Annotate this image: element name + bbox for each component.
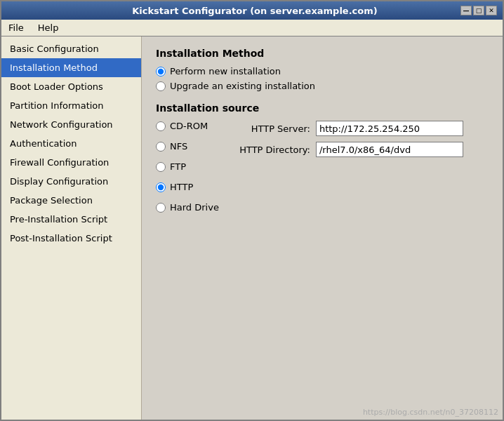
installation-source-section: Installation source CD-ROM NFS — [156, 102, 489, 217]
install-type-group: Perform new installation Upgrade an exis… — [156, 66, 489, 91]
main-panel: Installation Method Perform new installa… — [142, 36, 503, 420]
source-options: CD-ROM NFS FTP — [156, 121, 489, 217]
upgrade-radio[interactable] — [156, 81, 166, 91]
installation-method-title: Installation Method — [156, 48, 489, 59]
maximize-button[interactable]: □ — [473, 6, 484, 15]
nfs-radio[interactable] — [156, 142, 166, 152]
http-radio[interactable] — [156, 182, 166, 192]
http-server-input[interactable] — [316, 121, 463, 136]
installation-source-title: Installation source — [156, 102, 489, 114]
sidebar-item-firewall-configuration[interactable]: Firewall Configuration — [1, 153, 141, 172]
titlebar: Kickstart Configurator (on server.exampl… — [1, 1, 503, 20]
close-button[interactable]: ✕ — [486, 6, 497, 15]
sidebar-item-authentication[interactable]: Authentication — [1, 134, 141, 153]
ftp-row: FTP — [156, 161, 219, 172]
sidebar-item-boot-loader-options[interactable]: Boot Loader Options — [1, 77, 141, 96]
menu-help[interactable]: Help — [34, 21, 63, 34]
sidebar-item-pre-installation-script[interactable]: Pre-Installation Script — [1, 210, 141, 229]
minimize-button[interactable]: — — [460, 6, 472, 15]
sidebar-item-post-installation-script[interactable]: Post-Installation Script — [1, 229, 141, 248]
cdrom-label[interactable]: CD-ROM — [170, 121, 208, 131]
server-fields: HTTP Server: HTTP Directory: — [233, 121, 463, 157]
sidebar-item-partition-information[interactable]: Partition Information — [1, 96, 141, 115]
ftp-label[interactable]: FTP — [170, 161, 186, 172]
sidebar-item-network-configuration[interactable]: Network Configuration — [1, 115, 141, 134]
http-server-label: HTTP Server: — [233, 123, 310, 134]
sidebar: Basic Configuration Installation Method … — [1, 36, 142, 420]
http-row: HTTP — [156, 182, 219, 192]
perform-new-row: Perform new installation — [156, 66, 489, 76]
cdrom-radio[interactable] — [156, 121, 166, 131]
sidebar-item-installation-method[interactable]: Installation Method — [1, 58, 141, 77]
window-controls: — □ ✕ — [460, 6, 497, 15]
http-directory-row: HTTP Directory: — [233, 142, 463, 157]
http-directory-label: HTTP Directory: — [233, 145, 310, 155]
perform-new-label[interactable]: Perform new installation — [170, 66, 281, 76]
menubar: File Help — [1, 20, 503, 36]
nfs-row: NFS — [156, 141, 219, 152]
hard-drive-radio[interactable] — [156, 203, 166, 213]
http-server-row: HTTP Server: — [233, 121, 463, 136]
cdrom-row: CD-ROM — [156, 121, 219, 131]
source-radios: CD-ROM NFS FTP — [156, 121, 219, 217]
hard-drive-row: Hard Drive — [156, 202, 219, 213]
sidebar-item-package-selection[interactable]: Package Selection — [1, 191, 141, 210]
http-directory-input[interactable] — [316, 142, 463, 157]
sidebar-item-display-configuration[interactable]: Display Configuration — [1, 172, 141, 191]
upgrade-row: Upgrade an existing installation — [156, 81, 489, 91]
window-title: Kickstart Configurator (on server.exampl… — [49, 6, 460, 16]
ftp-radio[interactable] — [156, 162, 166, 172]
upgrade-label[interactable]: Upgrade an existing installation — [170, 81, 315, 91]
sidebar-item-basic-configuration[interactable]: Basic Configuration — [1, 39, 141, 58]
menu-file[interactable]: File — [4, 21, 28, 34]
perform-new-radio[interactable] — [156, 67, 166, 76]
content-area: Basic Configuration Installation Method … — [1, 36, 503, 420]
hard-drive-label[interactable]: Hard Drive — [170, 202, 219, 213]
http-label[interactable]: HTTP — [170, 182, 193, 192]
nfs-label[interactable]: NFS — [170, 141, 187, 152]
